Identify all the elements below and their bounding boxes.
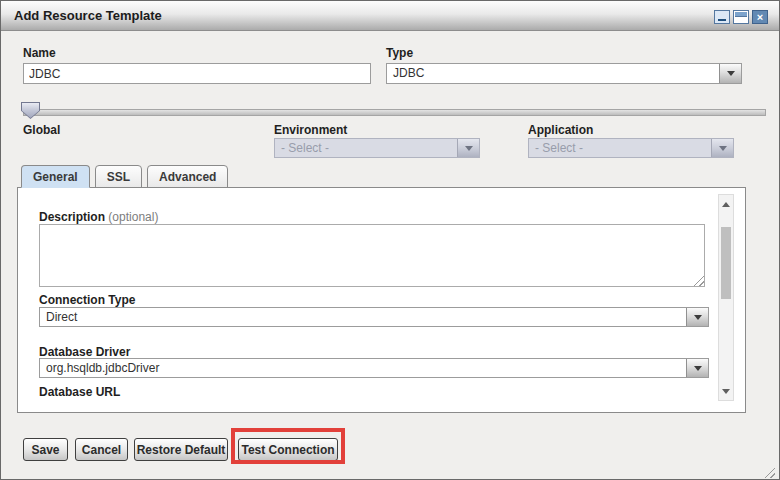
chevron-down-icon	[719, 146, 727, 151]
application-select-dropdown-button	[711, 139, 733, 157]
scrollbar-thumb[interactable]	[721, 227, 731, 299]
dialog-titlebar[interactable]: Add Resource Template ×	[1, 1, 779, 31]
description-label-text: Description	[39, 210, 105, 224]
name-input[interactable]	[23, 63, 371, 84]
application-label: Application	[528, 123, 593, 137]
connection-type-dropdown-button[interactable]	[686, 308, 708, 326]
chevron-down-icon	[694, 315, 702, 320]
name-label: Name	[23, 46, 56, 60]
application-select-value: - Select -	[529, 139, 711, 157]
tab-bar: General SSL Advanced	[21, 165, 228, 188]
database-driver-dropdown-button[interactable]	[686, 359, 708, 377]
description-optional-hint: (optional)	[108, 210, 158, 224]
test-connection-button[interactable]: Test Connection	[238, 438, 338, 461]
maximize-icon[interactable]	[733, 10, 749, 24]
description-textarea[interactable]	[39, 224, 705, 287]
triangle-up-icon	[722, 202, 730, 207]
type-label: Type	[386, 46, 413, 60]
database-driver-label: Database Driver	[39, 345, 130, 359]
global-label: Global	[23, 123, 60, 137]
chevron-down-icon	[694, 366, 702, 371]
scope-slider-track[interactable]	[23, 109, 766, 116]
save-button[interactable]: Save	[23, 438, 68, 461]
type-select-value: JDBC	[387, 64, 719, 83]
restore-default-button[interactable]: Restore Default	[134, 438, 228, 461]
cancel-button[interactable]: Cancel	[75, 438, 128, 461]
environment-label: Environment	[274, 123, 347, 137]
minimize-icon[interactable]	[714, 10, 730, 24]
panel-scrollbar[interactable]	[718, 194, 734, 401]
database-driver-select-value: org.hsqldb.jdbcDriver	[40, 359, 686, 377]
type-select-dropdown-button[interactable]	[719, 64, 741, 83]
scope-slider-handle[interactable]	[21, 102, 40, 119]
database-driver-select[interactable]: org.hsqldb.jdbcDriver	[39, 358, 709, 378]
chevron-down-icon	[727, 71, 735, 76]
scroll-down-button[interactable]	[719, 384, 733, 398]
close-icon[interactable]: ×	[752, 10, 768, 24]
window-controls: ×	[714, 10, 768, 24]
connection-type-label: Connection Type	[39, 293, 135, 307]
tab-advanced[interactable]: Advanced	[147, 165, 228, 188]
scroll-up-button[interactable]	[719, 197, 733, 211]
add-resource-template-dialog: Add Resource Template × Name Type JDBC G…	[0, 0, 780, 480]
tab-ssl[interactable]: SSL	[95, 165, 142, 188]
dialog-resize-grip-icon[interactable]	[764, 467, 775, 478]
database-url-label: Database URL	[39, 385, 120, 399]
environment-select-value: - Select -	[275, 139, 457, 157]
environment-select-dropdown-button	[457, 139, 479, 157]
environment-select: - Select -	[274, 138, 480, 158]
tab-general[interactable]: General	[21, 165, 90, 188]
description-label: Description (optional)	[39, 210, 158, 224]
chevron-down-icon	[465, 146, 473, 151]
connection-type-select-value: Direct	[40, 308, 686, 326]
triangle-down-icon	[722, 389, 730, 394]
dialog-title: Add Resource Template	[14, 1, 162, 30]
connection-type-select[interactable]: Direct	[39, 307, 709, 327]
type-select[interactable]: JDBC	[386, 63, 742, 84]
application-select: - Select -	[528, 138, 734, 158]
